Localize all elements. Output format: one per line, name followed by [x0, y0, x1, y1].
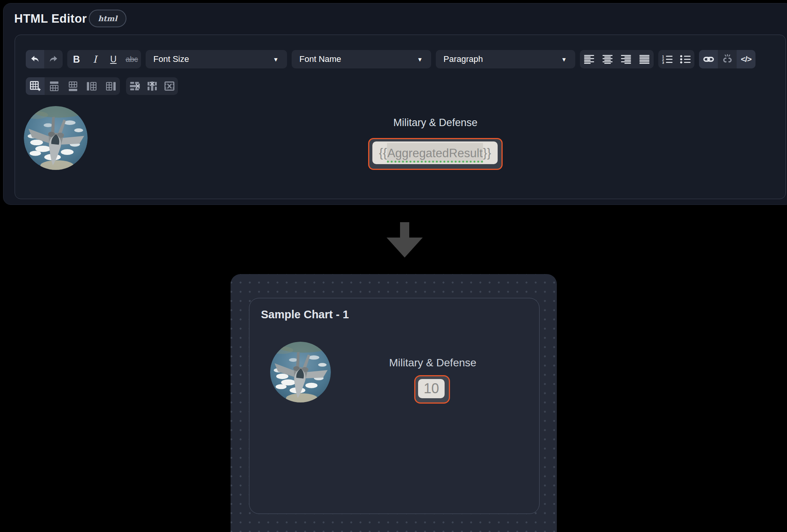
- unlink-button[interactable]: [718, 50, 737, 68]
- delete-row-icon: [130, 81, 140, 91]
- redo-button[interactable]: [44, 50, 63, 68]
- insert-column-left-button[interactable]: [82, 77, 101, 95]
- delete-column-icon: [147, 81, 157, 91]
- result-value-box: 10: [414, 375, 450, 404]
- flow-arrow: [384, 222, 426, 258]
- undo-icon: [30, 54, 40, 64]
- toolbar-row-2: [26, 77, 178, 95]
- link-button[interactable]: [699, 50, 718, 68]
- align-center-icon: [603, 55, 613, 64]
- font-size-label: Font Size: [153, 54, 189, 64]
- content-heading: Military & Defense: [368, 117, 503, 129]
- paragraph-select[interactable]: Paragraph ▼: [436, 50, 575, 68]
- svg-text:3: 3: [662, 61, 664, 64]
- strikethrough-button[interactable]: abc: [123, 50, 141, 68]
- align-left-button[interactable]: [580, 50, 598, 68]
- insert-table-button[interactable]: [26, 77, 45, 95]
- redo-icon: [48, 54, 58, 64]
- page-title: HTML Editor: [14, 12, 87, 26]
- font-size-select[interactable]: Font Size ▼: [146, 50, 287, 68]
- jet-image: [270, 342, 331, 402]
- html-editor-panel: HTML Editor html B I U: [3, 3, 787, 205]
- delete-table-icon: [164, 81, 174, 91]
- align-justify-button[interactable]: [635, 50, 654, 68]
- insert-row-below-button[interactable]: [63, 77, 82, 95]
- ordered-list-icon: 1 2 3: [662, 55, 672, 64]
- underline-button[interactable]: U: [104, 50, 123, 68]
- link-group: </>: [699, 50, 755, 68]
- unlink-icon: [722, 54, 733, 64]
- unordered-list-button[interactable]: [676, 50, 694, 68]
- chevron-down-icon: ▼: [273, 56, 279, 63]
- insert-row-above-icon: [49, 81, 59, 91]
- insert-column-left-icon: [87, 81, 97, 91]
- chevron-down-icon: ▼: [417, 56, 423, 63]
- sample-chart-panel: Sample Chart - 1 Military & Defense 10: [249, 298, 540, 514]
- delete-table-button[interactable]: [161, 77, 178, 95]
- table-delete-group: [126, 77, 178, 95]
- token-name: AggregatedResult: [387, 143, 483, 163]
- token-open-braces: {{: [379, 146, 387, 160]
- jet-image[interactable]: [24, 106, 88, 170]
- chevron-down-icon: ▼: [561, 56, 567, 63]
- align-justify-icon: [639, 55, 649, 64]
- aggregated-result-token-box[interactable]: {{AggregatedResult}}: [368, 138, 503, 170]
- align-right-button[interactable]: [617, 50, 635, 68]
- text-style-group: B I U abc: [67, 50, 141, 68]
- link-icon: [703, 54, 714, 64]
- ordered-list-button[interactable]: 1 2 3: [658, 50, 676, 68]
- italic-button[interactable]: I: [86, 50, 104, 68]
- delete-row-button[interactable]: [126, 77, 143, 95]
- align-right-icon: [621, 55, 631, 64]
- insert-row-above-button[interactable]: [45, 77, 63, 95]
- align-center-button[interactable]: [598, 50, 617, 68]
- unordered-list-icon: [680, 55, 691, 64]
- history-group: [26, 50, 63, 68]
- undo-button[interactable]: [26, 50, 44, 68]
- arrow-down-icon: [384, 222, 426, 258]
- alignment-group: [580, 50, 654, 68]
- insert-column-right-button[interactable]: [101, 77, 120, 95]
- delete-column-button[interactable]: [143, 77, 161, 95]
- toolbar-row-1: B I U abc Font Size ▼ Font Name ▼ Paragr…: [26, 50, 755, 68]
- result-value: 10: [418, 379, 445, 398]
- insert-column-right-icon: [106, 81, 116, 91]
- font-name-select[interactable]: Font Name ▼: [292, 50, 431, 68]
- insert-table-icon: [30, 81, 41, 91]
- align-left-icon: [584, 55, 594, 64]
- token-close-braces: }}: [483, 146, 491, 160]
- editor-surface: B I U abc Font Size ▼ Font Name ▼ Paragr…: [15, 35, 786, 199]
- paragraph-label: Paragraph: [443, 54, 483, 64]
- code-view-button[interactable]: </>: [737, 50, 755, 68]
- aggregated-result-token[interactable]: {{AggregatedResult}}: [372, 141, 498, 164]
- bold-button[interactable]: B: [67, 50, 86, 68]
- sample-chart-title: Sample Chart - 1: [261, 308, 349, 321]
- list-group: 1 2 3: [658, 50, 694, 68]
- table-insert-group: [26, 77, 120, 95]
- html-badge: html: [89, 10, 126, 27]
- insert-row-below-icon: [68, 81, 78, 91]
- preview-heading: Military & Defense: [364, 357, 502, 369]
- font-name-label: Font Name: [299, 54, 341, 64]
- preview-card: Sample Chart - 1 Military & Defense 10: [231, 274, 557, 532]
